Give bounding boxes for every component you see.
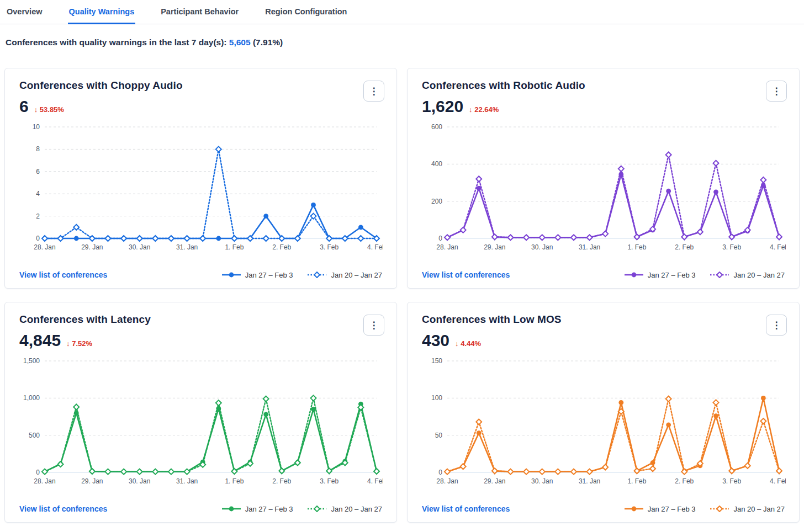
change-percent: 7.52% [72, 339, 92, 348]
svg-text:0: 0 [36, 469, 40, 476]
metric-value: 4,845 [19, 331, 61, 350]
svg-text:4. Feb: 4. Feb [770, 243, 786, 251]
card-choppy-audio: Conferences with Choppy Audio ⋮ 6 ↓ 53.8… [4, 68, 397, 289]
svg-text:0: 0 [36, 235, 40, 242]
series-current-week [43, 402, 379, 474]
svg-text:2. Feb: 2. Feb [675, 477, 694, 485]
svg-text:3. Feb: 3. Feb [722, 477, 741, 485]
tab-quality-warnings[interactable]: Quality Warnings [68, 1, 136, 24]
svg-text:29. Jan: 29. Jan [484, 243, 505, 251]
line-chart: 05001,0001,50028. Jan29. Jan30. Jan31. J… [19, 353, 382, 503]
legend-previous-week: Jan 20 – Jan 27 [710, 271, 785, 279]
svg-text:1. Feb: 1. Feb [225, 477, 244, 485]
card-title: Conferences with Robotic Audio [422, 79, 785, 92]
svg-text:28. Jan: 28. Jan [34, 477, 55, 485]
svg-text:150: 150 [431, 357, 442, 365]
kebab-icon: ⋮ [369, 321, 379, 330]
metric-value: 430 [422, 331, 449, 350]
svg-text:28. Jan: 28. Jan [34, 243, 55, 251]
tab-overview[interactable]: Overview [6, 1, 44, 24]
chart-legend: Jan 27 – Feb 3 Jan 20 – Jan 27 [221, 271, 382, 279]
chart-legend: Jan 27 – Feb 3 Jan 20 – Jan 27 [624, 271, 785, 279]
chart-canvas: 024681028. Jan29. Jan30. Jan31. Jan1. Fe… [19, 119, 383, 258]
metric-value: 1,620 [422, 97, 463, 116]
legend-current-week: Jan 27 – Feb 3 [624, 505, 696, 513]
view-conferences-link[interactable]: View list of conferences [422, 270, 510, 279]
svg-text:4. Feb: 4. Feb [367, 477, 383, 485]
legend-previous-week: Jan 20 – Jan 27 [710, 505, 785, 513]
kebab-icon: ⋮ [772, 321, 781, 330]
card-menu-button[interactable]: ⋮ [766, 81, 787, 102]
series-current-week [445, 172, 782, 240]
svg-text:0: 0 [438, 235, 442, 242]
tab-bar: Overview Quality Warnings Participant Be… [0, 0, 804, 24]
svg-text:31. Jan: 31. Jan [579, 243, 600, 251]
solid-line-icon [624, 272, 644, 278]
svg-text:2: 2 [36, 212, 40, 220]
cards-grid: Conferences with Choppy Audio ⋮ 6 ↓ 53.8… [4, 68, 800, 523]
solid-line-icon [624, 506, 644, 512]
svg-text:100: 100 [431, 394, 442, 402]
kebab-icon: ⋮ [369, 87, 379, 96]
metric-value: 6 [19, 97, 29, 116]
summary-text: Conferences with quality warnings in the… [6, 38, 227, 47]
dotted-line-icon [710, 506, 729, 512]
legend-label: Jan 20 – Jan 27 [331, 505, 382, 513]
legend-label: Jan 27 – Feb 3 [245, 271, 293, 279]
series-previous-week [42, 395, 379, 474]
svg-text:10: 10 [33, 123, 40, 131]
dotted-line-icon [307, 272, 327, 278]
view-conferences-link[interactable]: View list of conferences [19, 270, 107, 279]
summary-line: Conferences with quality warnings in the… [0, 24, 804, 47]
svg-text:2. Feb: 2. Feb [272, 243, 291, 251]
svg-text:0: 0 [438, 469, 442, 476]
legend-current-week: Jan 27 – Feb 3 [221, 271, 293, 279]
card-menu-button[interactable]: ⋮ [363, 81, 384, 102]
svg-text:31. Jan: 31. Jan [579, 477, 600, 485]
svg-text:29. Jan: 29. Jan [81, 243, 103, 251]
kebab-icon: ⋮ [772, 87, 781, 96]
svg-text:4. Feb: 4. Feb [770, 477, 786, 485]
series-current-week [445, 396, 782, 474]
down-arrow-icon: ↓ [34, 105, 38, 114]
svg-text:30. Jan: 30. Jan [531, 477, 553, 485]
svg-text:600: 600 [431, 123, 442, 131]
legend-previous-week: Jan 20 – Jan 27 [307, 505, 382, 513]
metric-change: ↓ 22.64% [469, 105, 499, 114]
chart-canvas: 05010015028. Jan29. Jan30. Jan31. Jan1. … [422, 353, 786, 492]
metric-change: ↓ 53.85% [34, 105, 64, 114]
svg-text:1,500: 1,500 [23, 357, 40, 365]
change-percent: 22.64% [474, 105, 499, 114]
svg-text:29. Jan: 29. Jan [81, 477, 103, 485]
svg-text:1. Feb: 1. Feb [627, 477, 646, 485]
card-title: Conferences with Latency [19, 313, 382, 326]
view-conferences-link[interactable]: View list of conferences [422, 504, 510, 513]
legend-current-week: Jan 27 – Feb 3 [624, 271, 696, 279]
svg-text:29. Jan: 29. Jan [484, 477, 505, 485]
svg-text:6: 6 [36, 168, 40, 175]
svg-text:28. Jan: 28. Jan [436, 477, 458, 485]
svg-text:3. Feb: 3. Feb [320, 243, 338, 251]
card-menu-button[interactable]: ⋮ [766, 315, 787, 336]
chart-legend: Jan 27 – Feb 3 Jan 20 – Jan 27 [221, 505, 382, 513]
svg-text:31. Jan: 31. Jan [176, 477, 198, 485]
legend-label: Jan 20 – Jan 27 [733, 505, 785, 513]
down-arrow-icon: ↓ [455, 339, 459, 348]
card-latency: Conferences with Latency ⋮ 4,845 ↓ 7.52%… [4, 302, 397, 523]
svg-text:4. Feb: 4. Feb [367, 243, 383, 251]
tab-participant-behavior[interactable]: Participant Behavior [160, 1, 240, 24]
dotted-line-icon [307, 506, 327, 512]
svg-text:1. Feb: 1. Feb [225, 243, 244, 251]
svg-text:31. Jan: 31. Jan [176, 243, 198, 251]
change-percent: 53.85% [40, 105, 64, 114]
down-arrow-icon: ↓ [469, 105, 473, 114]
line-chart: 024681028. Jan29. Jan30. Jan31. Jan1. Fe… [19, 119, 382, 269]
svg-text:30. Jan: 30. Jan [129, 477, 150, 485]
svg-text:30. Jan: 30. Jan [129, 243, 150, 251]
card-menu-button[interactable]: ⋮ [363, 315, 384, 336]
svg-text:30. Jan: 30. Jan [531, 243, 553, 251]
tab-region-configuration[interactable]: Region Configuration [264, 1, 348, 24]
line-chart: 05010015028. Jan29. Jan30. Jan31. Jan1. … [422, 353, 785, 503]
chart-legend: Jan 27 – Feb 3 Jan 20 – Jan 27 [624, 505, 785, 513]
view-conferences-link[interactable]: View list of conferences [19, 504, 107, 513]
